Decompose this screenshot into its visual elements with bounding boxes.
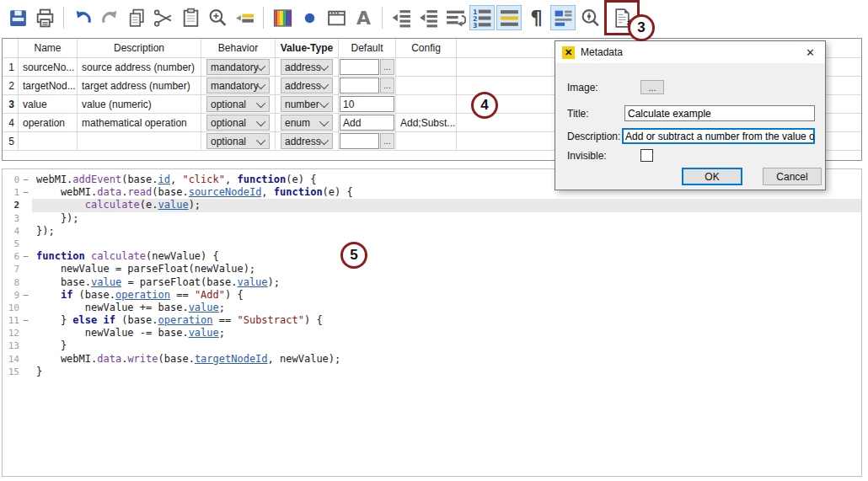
font-icon[interactable]: A <box>351 5 376 30</box>
code-text[interactable]: newValue = parseFloat(newValue); <box>32 263 861 275</box>
word-wrap-icon[interactable] <box>442 5 468 30</box>
code-text[interactable]: }); <box>32 225 861 238</box>
copy-icon[interactable] <box>124 5 149 30</box>
outdent-icon[interactable] <box>388 5 414 30</box>
highlight-current-line-icon[interactable] <box>496 5 522 30</box>
image-browse-button[interactable]: ... <box>640 80 664 94</box>
ok-button[interactable]: OK <box>682 168 742 185</box>
parameter-link[interactable]: targetNodeId <box>195 353 268 365</box>
default-input[interactable] <box>340 133 379 149</box>
line-numbers-icon[interactable]: 123 <box>469 5 495 30</box>
default-input[interactable]: Add <box>340 115 394 131</box>
parameter-link[interactable]: sourceNodeId <box>189 186 262 198</box>
code-text[interactable]: function calculate(newValue) { <box>32 250 861 263</box>
code-line-5[interactable]: 5 <box>3 238 861 250</box>
value-type-select[interactable]: enum <box>281 115 333 131</box>
description-cell[interactable]: value (numeric) <box>78 95 201 114</box>
indent-icon[interactable] <box>415 5 441 30</box>
value-type-select[interactable]: address <box>281 133 333 149</box>
insert-lines-icon[interactable] <box>232 5 257 30</box>
paste-icon[interactable] <box>178 5 203 30</box>
code-line-9[interactable]: 9− if (base.operation == "Add") { <box>3 289 861 302</box>
code-text[interactable] <box>32 238 861 250</box>
behavior-select[interactable]: mandatory <box>206 59 270 75</box>
title-input[interactable]: Calculate example <box>624 105 815 121</box>
behavior-select[interactable]: mandatory <box>206 77 270 94</box>
code-zoom-icon[interactable] <box>577 5 603 30</box>
browse-button[interactable]: ... <box>380 77 394 94</box>
code-line-8[interactable]: 8 base.value = parseFloat(base.value); <box>3 276 861 289</box>
default-input[interactable] <box>340 77 379 94</box>
code-line-11[interactable]: 11− } else if (base.operation == "Substr… <box>3 314 861 327</box>
name-cell[interactable]: targetNod... <box>19 77 78 95</box>
value-type-select[interactable]: address <box>281 59 333 75</box>
config-cell[interactable] <box>396 132 457 151</box>
code-structure-icon[interactable] <box>550 5 576 30</box>
close-icon[interactable]: ✕ <box>802 46 818 59</box>
code-text[interactable]: }); <box>32 212 861 225</box>
code-editor[interactable]: 0−webMI.addEvent(base.id, "click", funct… <box>2 168 862 477</box>
parameter-link[interactable]: value <box>189 327 219 339</box>
zoom-in-icon[interactable] <box>205 5 230 30</box>
fold-marker-icon[interactable]: − <box>19 289 32 302</box>
value-type-select[interactable]: number <box>281 96 333 112</box>
value-type-select[interactable]: address <box>281 77 333 94</box>
default-input[interactable]: 10 <box>340 96 394 112</box>
name-cell[interactable]: sourceNo... <box>19 58 78 77</box>
description-cell[interactable]: mathematical operation <box>78 114 201 132</box>
fold-marker-icon[interactable]: − <box>19 314 32 327</box>
parameter-link[interactable]: value <box>91 276 121 288</box>
description-cell[interactable]: target address (number) <box>78 77 201 95</box>
code-line-6[interactable]: 6−function calculate(newValue) { <box>3 250 861 263</box>
frame-icon[interactable] <box>324 5 349 30</box>
code-text[interactable]: } <box>32 366 861 378</box>
browse-button[interactable]: ... <box>380 133 394 149</box>
name-cell[interactable] <box>19 132 78 151</box>
code-text[interactable]: newValue -= base.value; <box>32 327 861 339</box>
code-text[interactable]: webMI.data.write(base.targetNodeId, newV… <box>32 353 861 366</box>
cut-icon[interactable] <box>151 5 176 30</box>
config-cell[interactable]: Add;Subst... <box>396 114 457 132</box>
code-line-15[interactable]: 15} <box>3 366 861 378</box>
invisible-checkbox[interactable] <box>640 149 653 162</box>
config-cell[interactable] <box>396 95 457 114</box>
description-cell[interactable]: source address (number) <box>78 58 201 77</box>
code-text[interactable]: if (base.operation == "Add") { <box>32 289 861 302</box>
parameter-link[interactable]: value <box>189 302 219 313</box>
fold-marker-icon[interactable]: − <box>19 250 32 263</box>
code-line-3[interactable]: 3 }); <box>3 212 861 225</box>
name-cell[interactable]: value <box>19 95 78 114</box>
cancel-button[interactable]: Cancel <box>763 168 822 185</box>
code-text[interactable]: base.value = parseFloat(base.value); <box>32 276 861 289</box>
parameter-link[interactable]: value <box>237 276 267 288</box>
code-text[interactable]: } else if (base.operation == "Substract"… <box>32 314 861 327</box>
print-icon[interactable] <box>32 5 57 30</box>
code-text[interactable]: } <box>32 339 861 352</box>
colors-icon[interactable] <box>270 5 295 30</box>
parameter-link[interactable]: operation <box>115 289 170 301</box>
fold-marker-icon[interactable]: − <box>19 174 32 186</box>
undo-icon[interactable] <box>70 5 95 30</box>
code-line-7[interactable]: 7 newValue = parseFloat(newValue); <box>3 263 861 275</box>
code-text[interactable]: newValue += base.value; <box>32 302 861 314</box>
config-cell[interactable] <box>396 77 457 95</box>
name-cell[interactable]: operation <box>19 114 78 132</box>
behavior-select[interactable]: optional <box>206 96 270 112</box>
code-line-14[interactable]: 14 webMI.data.write(base.targetNodeId, n… <box>3 353 861 366</box>
config-cell[interactable] <box>396 58 457 77</box>
code-line-10[interactable]: 10 newValue += base.value; <box>3 302 861 314</box>
save-icon[interactable] <box>5 5 30 30</box>
code-text[interactable]: calculate(e.value); <box>32 199 861 211</box>
behavior-select[interactable]: optional <box>206 133 270 149</box>
default-input[interactable] <box>340 59 379 75</box>
browse-button[interactable]: ... <box>380 59 394 75</box>
parameter-link[interactable]: operation <box>158 314 213 326</box>
code-line-2[interactable]: 2 calculate(e.value); <box>3 199 861 211</box>
redo-icon[interactable] <box>97 5 122 30</box>
code-line-4[interactable]: 4}); <box>3 225 861 238</box>
parameter-link[interactable]: id <box>158 174 170 185</box>
description-input[interactable]: Add or subtract a number from the value … <box>622 128 815 144</box>
code-line-12[interactable]: 12 newValue -= base.value; <box>3 327 861 339</box>
fold-marker-icon[interactable]: − <box>19 186 32 199</box>
parameter-link[interactable]: value <box>158 199 189 211</box>
